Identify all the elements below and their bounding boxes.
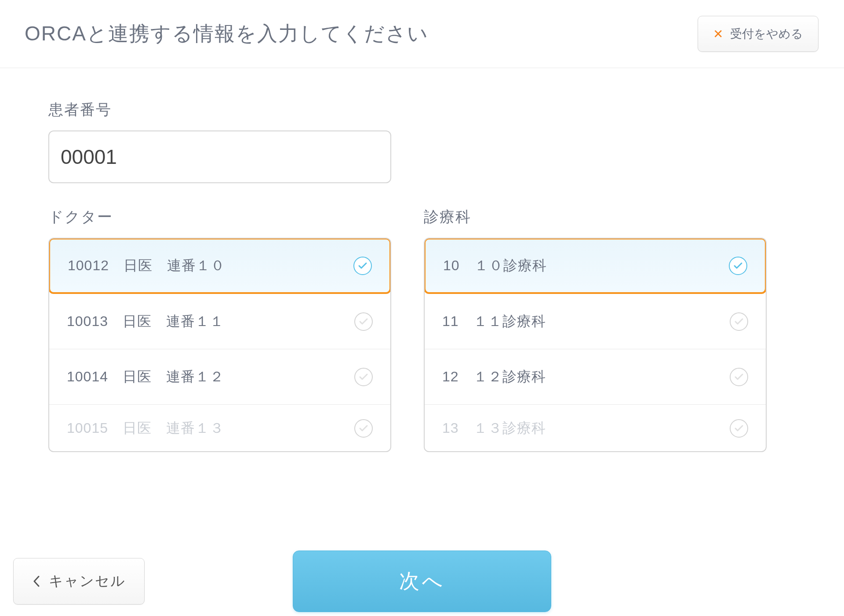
doctor-column: ドクター 10012 日医 連番１０ 10013 日医 連番１１ [48,207,391,452]
list-item[interactable]: 12 １２診療科 [425,349,766,405]
checkmark-icon [729,257,747,275]
lists-row: ドクター 10012 日医 連番１０ 10013 日医 連番１１ [48,207,796,452]
list-item[interactable]: 13 １３診療科 [425,405,766,452]
doctor-list[interactable]: 10012 日医 連番１０ 10013 日医 連番１１ [48,238,391,452]
list-item-label: 10015 日医 連番１３ [67,419,224,438]
checkmark-icon [730,368,748,386]
list-item[interactable]: 10015 日医 連番１３ [49,405,390,452]
doctor-label: ドクター [48,207,391,227]
checkmark-icon [354,312,373,331]
patient-number-label: 患者番号 [48,100,796,120]
checkmark-icon [354,368,373,386]
list-item[interactable]: 10013 日医 連番１１ [49,294,390,349]
footer: キャンセル 次へ [0,558,844,605]
list-item-label: 10012 日医 連番１０ [68,256,225,275]
list-item-label: 12 １２診療科 [442,367,546,387]
list-item-label: 10013 日医 連番１１ [67,312,224,331]
chevron-left-icon [32,575,41,587]
list-item[interactable]: 10 １０診療科 [424,238,767,294]
list-item-label: 13 １３診療科 [442,419,546,438]
stop-reception-label: 受付をやめる [730,26,803,42]
stop-reception-button[interactable]: ✕ 受付をやめる [698,16,819,52]
cancel-label: キャンセル [49,572,126,591]
list-item-label: 10 １０診療科 [443,256,547,275]
page-title: ORCAと連携する情報を入力してください [25,20,429,47]
form-content: 患者番号 ドクター 10012 日医 連番１０ 10013 日医 連番１１ [0,68,844,452]
checkmark-icon [730,312,748,331]
patient-number-input[interactable] [48,130,391,183]
list-item[interactable]: 11 １１診療科 [425,294,766,349]
cancel-button[interactable]: キャンセル [13,558,145,605]
close-icon: ✕ [713,27,723,41]
checkmark-icon [353,257,372,275]
checkmark-icon [730,419,748,438]
checkmark-icon [354,419,373,438]
department-label: 診療科 [424,207,767,227]
list-item[interactable]: 10014 日医 連番１２ [49,349,390,405]
list-item-label: 11 １１診療科 [442,312,546,331]
department-list[interactable]: 10 １０診療科 11 １１診療科 12 １２診 [424,238,767,452]
list-item-label: 10014 日医 連番１２ [67,367,224,387]
header: ORCAと連携する情報を入力してください ✕ 受付をやめる [0,0,844,68]
list-item[interactable]: 10012 日医 連番１０ [48,238,391,294]
next-button[interactable]: 次へ [293,551,551,612]
department-column: 診療科 10 １０診療科 11 １１診療科 [424,207,767,452]
